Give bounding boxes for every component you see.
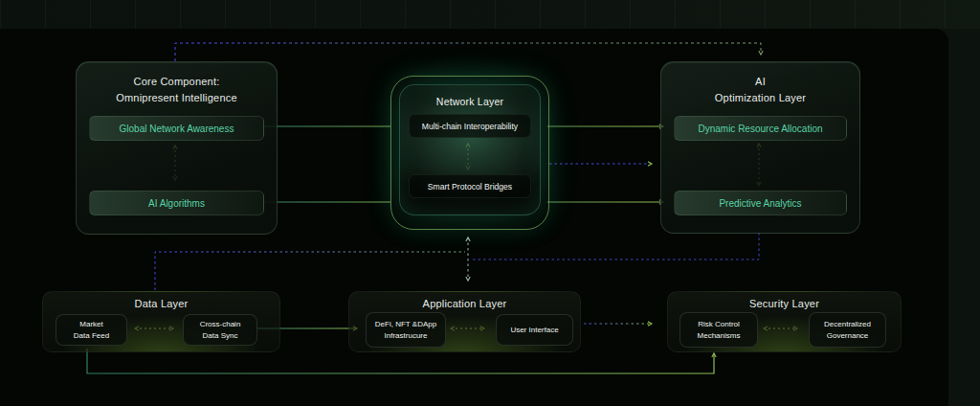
market-data-feed-line1: Market (79, 319, 102, 329)
node-market-data-feed: Market Data Feed (56, 314, 127, 346)
governance-line2: Governance (827, 330, 869, 341)
governance-line1: Decentralized (824, 319, 871, 329)
crosschain-sync-line2: Data Sync (203, 330, 238, 341)
ai-optimization-title: AI Optimization Layer (661, 74, 859, 105)
security-layer-group: Security Layer Risk Control Mechanisms D… (667, 291, 902, 352)
risk-control-line1: Risk Control (698, 319, 740, 329)
node-risk-control-mechanisms: Risk Control Mechanisms (679, 312, 758, 348)
application-layer-title: Application Layer (349, 298, 580, 309)
node-global-network-awareness: Global Network Awareness (89, 116, 264, 141)
user-interface-line1: User Interface (510, 325, 558, 335)
node-decentralized-governance: Decentralized Governance (809, 312, 886, 348)
crosschain-sync-line1: Cross-chain (200, 319, 241, 329)
node-crosschain-data-sync: Cross-chain Data Sync (183, 314, 257, 346)
core-title-line2: Omnipresent Intelligence (77, 90, 277, 106)
data-layer-title: Data Layer (43, 298, 279, 309)
application-layer-group: Application Layer DeFi, NFT &DApp Infras… (348, 291, 581, 352)
node-predictive-analytics: Predictive Analytics (674, 191, 847, 215)
arrow-core-to-ai-top (175, 43, 761, 61)
risk-control-line2: Mechanisms (698, 330, 741, 341)
line-ai-drop-dashed (472, 233, 759, 259)
node-user-interface: User Interface (496, 314, 573, 346)
node-ai-algorithms: AI Algorithms (89, 191, 264, 215)
defi-line1: DeFi, NFT &DApp (375, 319, 436, 329)
node-multichain-interoperability: Multi-chain Interoperability (409, 114, 531, 138)
market-data-feed-line2: Data Feed (74, 330, 109, 341)
core-title-line1: Core Component: (77, 74, 277, 90)
node-dynamic-resource-allocation: Dynamic Resource Allocation (674, 116, 847, 141)
security-layer-title: Security Layer (668, 298, 901, 309)
node-smart-protocol-bridges: Smart Protocol Bridges (409, 174, 531, 198)
node-defi-nft-dapp-infrastructure: DeFi, NFT &DApp Infrastrucure (366, 312, 446, 348)
defi-line2: Infrastrucure (385, 330, 428, 341)
ai-title-line1: AI (661, 74, 859, 90)
network-layer-title: Network Layer (400, 96, 540, 107)
ai-title-line2: Optimization Layer (661, 90, 859, 106)
data-layer-group: Data Layer Market Data Feed Cross-chain … (42, 291, 280, 352)
core-component-title: Core Component: Omnipresent Intelligence (77, 74, 277, 105)
architecture-diagram: Core Component: Omnipresent Intelligence… (0, 0, 980, 406)
line-data-layer-riser-dashed (155, 252, 465, 290)
core-component-box: Core Component: Omnipresent Intelligence… (76, 61, 278, 235)
network-layer-box: Network Layer Multi-chain Interoperabili… (399, 84, 541, 215)
ai-optimization-box: AI Optimization Layer Dynamic Resource A… (660, 61, 860, 234)
